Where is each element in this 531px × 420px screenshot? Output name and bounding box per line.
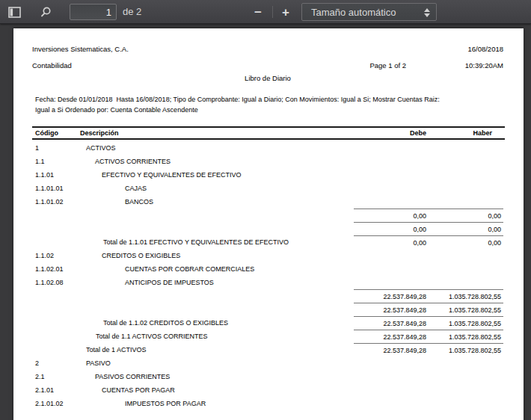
table-row: 22.537.849,281.035.728.802,55 xyxy=(32,303,505,316)
table-row: 0,000,00 xyxy=(32,222,505,235)
filters-line2: Igual a Si Ordenado por: Cuenta Contable… xyxy=(35,106,198,114)
description-cell xyxy=(86,209,354,222)
debe-cell xyxy=(354,182,429,195)
debe-cell xyxy=(354,356,429,370)
amounts-group xyxy=(354,276,503,289)
plus-icon: + xyxy=(282,6,289,19)
code-cell xyxy=(32,343,86,356)
haber-cell: 0,00 xyxy=(429,209,503,222)
company-name: Inversiones Sistematicas, C.A. xyxy=(32,45,432,53)
table-row: 2.1.01.02IMPUESTOS POR PAGAR xyxy=(32,397,505,410)
amounts-group: 0,000,00 xyxy=(354,235,503,249)
table-row: 1.1.01EFECTIVO Y EQUIVALENTES DE EFECTIV… xyxy=(32,168,505,182)
haber-cell: 1.035.728.802,55 xyxy=(429,330,503,343)
haber-cell: 1.035.728.802,55 xyxy=(429,344,503,356)
amounts-group xyxy=(354,370,503,383)
table-body: 1ACTIVOS1.1ACTIVOS CORRIENTES1.1.01EFECT… xyxy=(32,141,505,410)
table-row: 2.1.01CUENTAS POR PAGAR xyxy=(32,383,505,397)
haber-cell xyxy=(429,182,503,195)
haber-cell xyxy=(429,276,503,289)
code-cell xyxy=(32,303,86,316)
description-cell: Total de 1.1 ACTIVOS CORRIENTES xyxy=(86,330,354,343)
haber-cell xyxy=(429,397,503,410)
code-cell: 1.1.01.01 xyxy=(32,182,86,195)
code-cell: 2.1.01 xyxy=(32,383,86,397)
page-number-input[interactable] xyxy=(70,4,117,20)
column-header-descripcion: Descripción xyxy=(80,129,354,138)
description-cell: Total de 1.1.02 CREDITOS O EXIGIBLES xyxy=(86,316,354,330)
zoom-select[interactable]: Tamaño automático xyxy=(301,3,437,21)
description-cell: Total de 1 ACTIVOS xyxy=(86,343,354,356)
column-header-debe: Debe xyxy=(354,129,429,138)
zoom-in-button[interactable]: + xyxy=(276,2,295,22)
haber-cell xyxy=(429,262,503,276)
search-icon xyxy=(40,6,52,18)
description-cell: CAJAS xyxy=(86,182,354,195)
description-cell: CUENTAS POR COBRAR COMERCIALES xyxy=(86,262,354,276)
description-cell: PASIVOS CORRIENTES xyxy=(86,370,354,383)
description-cell: ACTIVOS xyxy=(86,141,354,155)
table-row: 1.1.02.01CUENTAS POR COBRAR COMERCIALES xyxy=(32,262,505,276)
report-header: Inversiones Sistematicas, C.A. 16/08/201… xyxy=(13,28,524,82)
haber-cell xyxy=(429,356,503,370)
amounts-group xyxy=(354,141,503,155)
code-cell: 1.1 xyxy=(32,155,86,168)
page-indicator: Page 1 of 2 xyxy=(369,61,406,70)
code-cell xyxy=(32,235,86,249)
amounts-group xyxy=(354,397,503,410)
debe-cell: 22.537.849,28 xyxy=(354,290,429,303)
find-button[interactable] xyxy=(36,2,55,22)
amounts-group: 0,000,00 xyxy=(354,222,503,235)
description-cell: PASIVO xyxy=(86,356,354,370)
report-filters: Fecha: Desde 01/01/2018 Hasta 16/08/2018… xyxy=(13,82,524,115)
table-row: 22.537.849,281.035.728.802,55 xyxy=(32,289,505,303)
debe-cell xyxy=(354,262,429,276)
debe-cell: 0,00 xyxy=(354,209,429,222)
haber-cell xyxy=(429,141,503,155)
debe-cell: 22.537.849,28 xyxy=(354,344,429,356)
amounts-group: 22.537.849,281.035.728.802,55 xyxy=(354,330,503,343)
debe-cell xyxy=(354,370,429,383)
amounts-group xyxy=(354,356,503,370)
code-cell: 1 xyxy=(32,141,86,155)
table-row: 1.1.01.01CAJAS xyxy=(32,182,505,195)
amounts-group: 22.537.849,281.035.728.802,55 xyxy=(354,303,503,316)
debe-cell: 22.537.849,28 xyxy=(354,317,429,330)
debe-cell: 22.537.849,28 xyxy=(354,303,429,316)
code-cell: 2 xyxy=(32,356,86,370)
debe-cell: 22.537.849,28 xyxy=(354,330,429,343)
report-time: 10:39:20AM xyxy=(432,61,503,70)
amounts-group: 0,000,00 xyxy=(354,209,503,222)
debe-cell xyxy=(354,397,429,410)
haber-cell: 0,00 xyxy=(429,223,503,235)
code-cell: 2.1.01.02 xyxy=(32,397,86,410)
table-row: Total de 1 ACTIVOS22.537.849,281.035.728… xyxy=(32,343,505,356)
table-row: 1ACTIVOS xyxy=(32,141,505,155)
debe-cell xyxy=(354,383,429,397)
haber-cell xyxy=(429,370,503,383)
description-cell: CREDITOS O EXIGIBLES xyxy=(86,249,354,262)
description-cell: BANCOS xyxy=(86,195,354,209)
toolbar-separator xyxy=(272,6,273,18)
pdf-viewer-canvas[interactable]: Inversiones Sistematicas, C.A. 16/08/201… xyxy=(0,25,531,420)
zoom-out-button[interactable]: − xyxy=(248,2,268,22)
column-header-haber: Haber xyxy=(429,129,503,138)
module-name: Contabilidad xyxy=(32,61,369,70)
code-cell: 1.1.01 xyxy=(32,168,86,182)
amounts-group xyxy=(354,168,503,182)
debe-cell xyxy=(354,168,429,182)
table-row: 1.1.02.08ANTICIPOS DE IMPUESTOS xyxy=(32,276,505,289)
sidebar-toggle-button[interactable] xyxy=(4,2,24,22)
up-down-arrows-icon xyxy=(424,7,431,18)
description-cell: Total de 1.1.01 EFECTIVO Y EQUIVALENTES … xyxy=(86,235,354,249)
code-cell: 1.1.02 xyxy=(32,249,86,262)
code-cell xyxy=(32,209,86,222)
amounts-group: 22.537.849,281.035.728.802,55 xyxy=(354,343,503,356)
code-cell: 2.1 xyxy=(32,370,86,383)
sidebar-toggle-icon xyxy=(8,7,21,18)
zoom-select-value: Tamaño automático xyxy=(311,7,396,18)
report-title: Libro de Diario xyxy=(32,74,503,82)
table-row: 1.1.01.02BANCOS xyxy=(32,195,505,209)
description-cell: CUENTAS POR PAGAR xyxy=(86,383,354,397)
haber-cell: 0,00 xyxy=(429,236,503,249)
